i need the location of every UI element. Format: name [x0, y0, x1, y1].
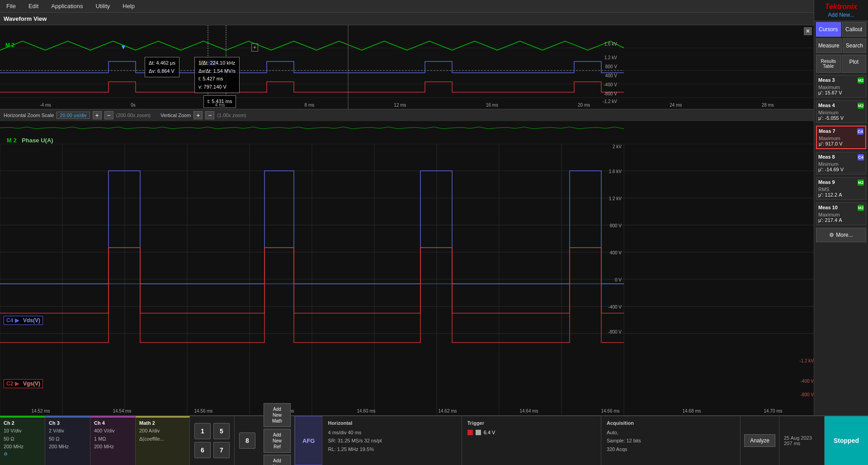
ch-btn-1[interactable]: 1 [194, 423, 211, 439]
meas4-card[interactable]: Meas 4 M2 Minimum μ': -5.055 V [816, 100, 866, 123]
volt-label-neg400V: -400 V [604, 82, 618, 87]
h-zoom-minus[interactable]: − [104, 111, 113, 119]
ch-btn-8[interactable]: 8 [239, 432, 255, 449]
h-zoom-label: Horizontal Zoom Scale [4, 113, 54, 118]
main-oscilloscope-area: Waveform View ✕ B C4 Δt: 4.462 μs Δv: 6.… [0, 13, 814, 415]
time-main-14.64: 14.64 ms [519, 409, 538, 413]
ch2-icon: ⚙ [4, 451, 8, 456]
meas3-label: Meas 3 [818, 77, 835, 84]
close-overview-button[interactable]: ✕ [804, 27, 812, 35]
m2-waveform-overview [0, 41, 624, 50]
ch3-row1: 2 V/div [49, 427, 86, 435]
meas8-card[interactable]: Meas 8 C4 Minimum μ': -14.69 V [816, 152, 866, 174]
time-axis-main: 14.52 ms 14.54 ms 14.56 ms 14.58 ms 14.6… [0, 409, 814, 413]
afg-button[interactable]: AFG [295, 416, 322, 465]
horizontal-info: Horizontal 4 ms/div 40 ms SR: 31.25 MS/s… [322, 416, 462, 465]
ch3-tab[interactable]: Ch 3 2 V/div 50 Ω 200 MHz [45, 416, 90, 465]
cursor-info-left: Δt: 4.462 μs Δv: 6.864 V [145, 57, 179, 77]
waveform-title: Waveform View [4, 15, 47, 22]
time-display: 207 ms [784, 441, 820, 446]
vgs-neg1.2kv-label: -1.2 kV [799, 358, 814, 363]
menu-edit[interactable]: Edit [22, 1, 45, 11]
ch4-tab[interactable]: Ch 4 400 V/div 1 MΩ 200 MHz [90, 416, 136, 465]
add-new-link[interactable]: Add New... [817, 12, 865, 18]
ch2-row2: 50 Ω [4, 435, 41, 443]
ch3-row2: 50 Ω [49, 435, 86, 443]
time-label-0s: 0s [131, 103, 136, 108]
bottom-bar: Ch 2 10 V/div 50 Ω 200 MHz ⚙ Ch 3 2 V/di… [0, 415, 868, 465]
more-button[interactable]: ⚙ More... [816, 228, 866, 242]
datetime-area: 25 Aug 2023 207 ms [779, 416, 825, 465]
add-ref-button[interactable]: AddNewRef [264, 429, 291, 453]
acquisition-row3: 320 Acqs [607, 445, 735, 454]
ch-number-area: 1 5 6 7 [190, 416, 235, 465]
ch-num-row-bottom: 6 7 [194, 442, 230, 458]
analyze-button[interactable]: Analyze [744, 434, 775, 447]
cursor-dt: Δt: 4.462 μs [149, 59, 175, 67]
trigger-level-indicator [467, 430, 473, 435]
math2-row2: Δ(coeffile... [139, 435, 186, 443]
math2-title: Math 2 [139, 420, 186, 426]
c4-label-main: C4 ▶ Vds(V) [4, 316, 43, 325]
time-main-14.70: 14.70 ms [764, 409, 782, 413]
horizontal-row1: 4 ms/div 40 ms [328, 428, 456, 437]
time-label-28ms: 28 ms [762, 103, 774, 108]
horizontal-row3: RL: 1.25 MHz 19.5% [328, 445, 456, 454]
ch-num-row-top: 1 5 [194, 423, 230, 439]
callout-button[interactable]: Callout [842, 22, 867, 37]
v-zoom-info: (1.00x zoom) [217, 113, 246, 118]
menu-help[interactable]: Help [116, 1, 141, 11]
meas9-value: μ': 112.2 A [818, 192, 864, 197]
results-plot-row: ResultsTable Plot [816, 55, 866, 73]
time-label-20ms: 20 ms [578, 103, 590, 108]
c2-waveform-overview [0, 82, 624, 92]
math2-tab[interactable]: Math 2 200 A/div Δ(coeffile... [136, 416, 190, 465]
trigger-edge-icon [476, 430, 481, 435]
c2-label-main: C2 ▶ Vgs(V) [4, 379, 43, 388]
time-label-8ms: 8 ms [305, 103, 315, 108]
stopped-button[interactable]: Stopped [825, 416, 868, 465]
menu-utility[interactable]: Utility [89, 1, 116, 11]
results-table-button[interactable]: ResultsTable [816, 55, 841, 73]
menu-file[interactable]: File [0, 1, 22, 11]
date-display: 25 Aug 2023 [784, 435, 820, 441]
volt-1.2kv: 1.2 kV [609, 196, 622, 201]
meas10-value: μ': 217.4 A [818, 217, 864, 223]
volt-0v: 0 V [615, 277, 622, 282]
time-label-4ms: 4 ms [215, 103, 225, 108]
meas4-value: μ': -5.055 V [818, 115, 864, 121]
ch2-tab[interactable]: Ch 2 10 V/div 50 Ω 200 MHz ⚙ [0, 416, 45, 465]
acquisition-row1: Auto, [607, 428, 735, 437]
meas7-card[interactable]: Meas 7 C4 Maximum μ': 917.0 V [816, 126, 866, 149]
meas9-card[interactable]: Meas 9 M2 RMS μ': 112.2 A [816, 177, 866, 200]
search-button[interactable]: Search [843, 38, 866, 53]
main-waveform-svg: 2 kV 1.6 kV 1.2 kV 800 V 400 V 0 V -400 … [0, 144, 814, 415]
ch-btn-5[interactable]: 5 [213, 423, 230, 439]
cursors-button[interactable]: Cursors [816, 22, 841, 37]
acquisition-row2: Sample: 12 bits [607, 437, 735, 445]
meas3-badge: M2 [858, 77, 864, 84]
volt-label-1.6kV: 1.6 kV [604, 42, 618, 47]
time-main-14.60: 14.60 ms [357, 409, 375, 413]
trigger-level-row: 6.4 V [467, 428, 595, 437]
measure-button[interactable]: Measure [816, 38, 842, 53]
math2-row1: 200 A/div [139, 427, 186, 435]
h-zoom-plus[interactable]: + [93, 111, 102, 119]
ch-btn-7[interactable]: 7 [213, 442, 230, 458]
meas8-label: Meas 8 [818, 154, 835, 160]
add-bus-button[interactable]: AddNewBus [264, 455, 291, 465]
v-zoom-minus[interactable]: − [205, 111, 214, 119]
add-math-button[interactable]: AddNewMath [264, 403, 291, 427]
c2-ch-indicator: C2 ▶ [6, 380, 19, 387]
plot-button[interactable]: Plot [842, 55, 867, 73]
meas3-card[interactable]: Meas 3 M2 Maximum μ': 15.67 V [816, 75, 866, 98]
acquisition-title: Acquisition [607, 419, 735, 427]
ch-btn-6[interactable]: 6 [194, 442, 211, 458]
noise-line [0, 127, 624, 129]
ch4-title: Ch 4 [94, 420, 132, 426]
menu-applications[interactable]: Applications [45, 1, 89, 11]
meas7-value: μ': 917.0 V [819, 141, 863, 146]
meas10-card[interactable]: Meas 10 M2 Maximum μ': 217.4 A [816, 202, 866, 225]
v-zoom-plus[interactable]: + [193, 111, 203, 119]
cursor-dv: Δv: 6.864 V [149, 67, 175, 75]
